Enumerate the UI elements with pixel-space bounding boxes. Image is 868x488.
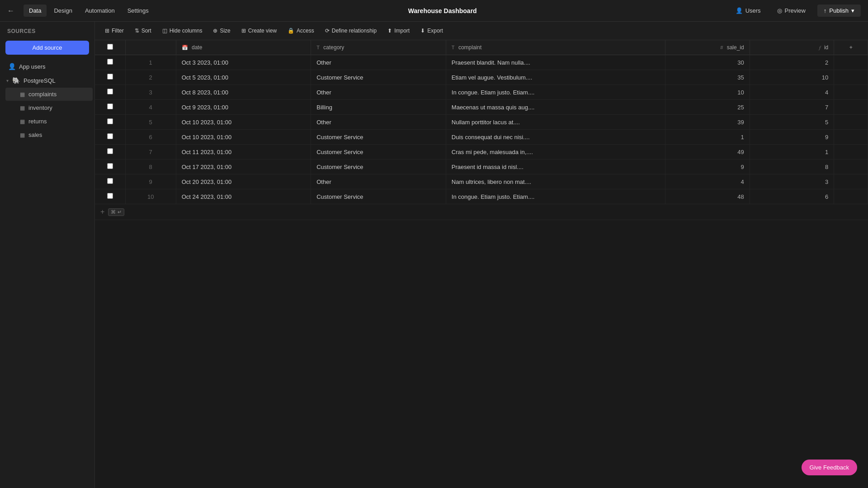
sidebar-item-inventory[interactable]: ▦ inventory bbox=[5, 101, 93, 114]
add-column-header[interactable]: + bbox=[834, 40, 868, 55]
filter-button[interactable]: ⊞ Filter bbox=[100, 25, 128, 36]
row-checkbox[interactable] bbox=[107, 148, 113, 154]
row-checkbox-cell[interactable] bbox=[95, 70, 125, 85]
row-checkbox[interactable] bbox=[107, 193, 113, 199]
row-number: 8 bbox=[125, 160, 176, 174]
row-id: 1 bbox=[750, 145, 834, 160]
table-row[interactable]: 4 Oct 9 2023, 01:00 Billing Maecenas ut … bbox=[95, 100, 868, 115]
table-row[interactable]: 5 Oct 10 2023, 01:00 Other Nullam portti… bbox=[95, 115, 868, 130]
table-row[interactable]: 8 Oct 17 2023, 01:00 Customer Service Pr… bbox=[95, 160, 868, 174]
row-complaint: Praesent id massa id nisl.... bbox=[446, 160, 665, 174]
row-checkbox[interactable] bbox=[107, 74, 113, 80]
row-checkbox[interactable] bbox=[107, 163, 113, 169]
table-row[interactable]: 2 Oct 5 2023, 01:00 Customer Service Eti… bbox=[95, 70, 868, 85]
row-add-cell bbox=[834, 85, 868, 100]
complaint-column-header[interactable]: T complaint bbox=[446, 40, 665, 55]
users-icon: 👤 bbox=[736, 7, 743, 14]
nav-tabs: Data Design Automation Settings bbox=[24, 5, 154, 17]
add-row-button[interactable]: + bbox=[100, 208, 104, 216]
export-icon: ⬇ bbox=[420, 28, 425, 34]
table-row[interactable]: 10 Oct 24 2023, 01:00 Customer Service I… bbox=[95, 189, 868, 204]
row-checkbox[interactable] bbox=[107, 178, 113, 184]
sidebar-item-sales[interactable]: ▦ sales bbox=[5, 128, 93, 141]
row-sale-id: 39 bbox=[665, 115, 750, 130]
row-number: 9 bbox=[125, 174, 176, 189]
import-button[interactable]: ⬆ Import bbox=[383, 25, 414, 36]
row-id: 6 bbox=[750, 189, 834, 204]
row-sale-id: 49 bbox=[665, 145, 750, 160]
create-view-button[interactable]: ⊞ Create view bbox=[237, 25, 281, 36]
sale-id-col-label: sale_id bbox=[727, 44, 744, 51]
hide-columns-button[interactable]: ◫ Hide columns bbox=[158, 25, 207, 36]
tab-settings[interactable]: Settings bbox=[122, 5, 154, 17]
row-id: 3 bbox=[750, 174, 834, 189]
row-category: Other bbox=[311, 85, 446, 100]
row-checkbox-cell[interactable] bbox=[95, 189, 125, 204]
select-all-checkbox[interactable] bbox=[107, 44, 113, 50]
app-users-icon: 👤 bbox=[8, 63, 15, 70]
row-checkbox[interactable] bbox=[107, 59, 113, 65]
export-button[interactable]: ⬇ Export bbox=[416, 25, 448, 36]
row-checkbox[interactable] bbox=[107, 89, 113, 94]
table-row[interactable]: 9 Oct 20 2023, 01:00 Other Nam ultrices,… bbox=[95, 174, 868, 189]
sidebar-item-app-users[interactable]: 👤 App users bbox=[2, 60, 93, 73]
size-button[interactable]: ⊕ Size bbox=[208, 25, 235, 36]
row-checkbox-cell[interactable] bbox=[95, 100, 125, 115]
app-title: Warehouse Dashboard bbox=[154, 7, 731, 14]
row-number: 1 bbox=[125, 55, 176, 70]
table-header-row: 📅 date T category T complaint # bbox=[95, 40, 868, 55]
row-checkbox-cell[interactable] bbox=[95, 130, 125, 145]
sidebar-postgresql-section[interactable]: ▾ 🐘 PostgreSQL bbox=[0, 74, 94, 87]
tab-design[interactable]: Design bbox=[48, 5, 77, 17]
add-source-button[interactable]: Add source bbox=[5, 41, 89, 55]
postgresql-label: PostgreSQL bbox=[24, 77, 56, 84]
row-checkbox-cell[interactable] bbox=[95, 55, 125, 70]
hide-columns-icon: ◫ bbox=[162, 28, 167, 34]
back-button[interactable]: ← bbox=[7, 7, 14, 15]
data-table: 📅 date T category T complaint # bbox=[95, 40, 868, 204]
row-complaint: Praesent blandit. Nam nulla.... bbox=[446, 55, 665, 70]
sidebar-item-returns[interactable]: ▦ returns bbox=[5, 115, 93, 128]
row-checkbox-cell[interactable] bbox=[95, 115, 125, 130]
row-checkbox-cell[interactable] bbox=[95, 145, 125, 160]
hide-columns-label: Hide columns bbox=[170, 28, 203, 34]
id-column-header[interactable]: 𝑓 id bbox=[750, 40, 834, 55]
table-row[interactable]: 7 Oct 11 2023, 01:00 Customer Service Cr… bbox=[95, 145, 868, 160]
row-complaint: In congue. Etiam justo. Etiam.... bbox=[446, 189, 665, 204]
complaint-col-label: complaint bbox=[458, 44, 481, 51]
row-checkbox[interactable] bbox=[107, 103, 113, 109]
category-column-header[interactable]: T category bbox=[311, 40, 446, 55]
users-button[interactable]: 👤 Users bbox=[731, 5, 765, 16]
checkbox-header[interactable] bbox=[95, 40, 125, 55]
preview-button[interactable]: ◎ Preview bbox=[773, 5, 810, 16]
tab-automation[interactable]: Automation bbox=[80, 5, 120, 17]
row-checkbox-cell[interactable] bbox=[95, 85, 125, 100]
define-relationship-button[interactable]: ⟳ Define relationship bbox=[321, 25, 381, 36]
give-feedback-button[interactable]: Give Feedback bbox=[802, 460, 857, 475]
row-add-cell bbox=[834, 100, 868, 115]
sale-id-col-icon: # bbox=[720, 45, 723, 50]
row-category: Customer Service bbox=[311, 160, 446, 174]
complaints-table-icon: ▦ bbox=[20, 91, 25, 98]
sort-button[interactable]: ⇅ Sort bbox=[130, 25, 156, 36]
access-button[interactable]: 🔒 Access bbox=[283, 25, 319, 36]
sort-icon: ⇅ bbox=[135, 28, 139, 34]
date-column-header[interactable]: 📅 date bbox=[176, 40, 311, 55]
publish-button[interactable]: ↑ Publish ▾ bbox=[817, 5, 861, 17]
table-row[interactable]: 6 Oct 10 2023, 01:00 Customer Service Du… bbox=[95, 130, 868, 145]
tab-data[interactable]: Data bbox=[24, 5, 47, 17]
row-checkbox-cell[interactable] bbox=[95, 160, 125, 174]
row-checkbox[interactable] bbox=[107, 133, 113, 139]
sale-id-column-header[interactable]: # sale_id bbox=[665, 40, 750, 55]
row-complaint: Nullam porttitor lacus at.... bbox=[446, 115, 665, 130]
sidebar-item-complaints[interactable]: ▦ complaints bbox=[5, 88, 93, 101]
toolbar: ⊞ Filter ⇅ Sort ◫ Hide columns ⊕ Size ⊞ … bbox=[95, 22, 868, 40]
row-sale-id: 35 bbox=[665, 70, 750, 85]
table-row[interactable]: 3 Oct 8 2023, 01:00 Other In congue. Eti… bbox=[95, 85, 868, 100]
row-checkbox[interactable] bbox=[107, 118, 113, 124]
row-category: Other bbox=[311, 55, 446, 70]
row-checkbox-cell[interactable] bbox=[95, 174, 125, 189]
row-category: Customer Service bbox=[311, 189, 446, 204]
table-row[interactable]: 1 Oct 3 2023, 01:00 Other Praesent bland… bbox=[95, 55, 868, 70]
row-id: 8 bbox=[750, 160, 834, 174]
